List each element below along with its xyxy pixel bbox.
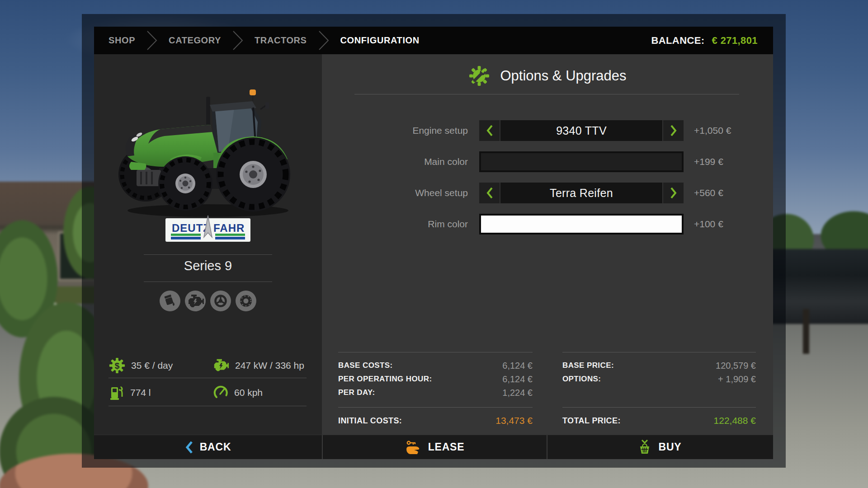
divider [144,282,272,282]
spec-icons-row [94,291,322,311]
buy-button[interactable]: BUY [547,435,771,459]
base-costs-label: BASE COSTS: [338,359,393,372]
chevron-left-icon [185,441,193,454]
chevron-separator-icon [318,27,330,54]
initial-costs-row: INITIAL COSTS: 13,473 € [338,413,533,428]
stats-row-2: 774 l 60 kph [108,382,307,404]
basket-icon [637,440,652,455]
initial-costs-label: INITIAL COSTS: [338,413,402,428]
breadcrumb-tractors[interactable]: TRACTORS [255,35,307,46]
cost-row: PER DAY: 1,224 € [338,386,533,399]
per-day-label: PER DAY: [338,386,375,399]
stats-row-1: $ 35 € / day 247 kW / 336 hp [108,355,307,376]
total-price-label: TOTAL PRICE: [562,413,621,428]
per-day-value: 1,224 € [502,386,533,399]
cost-row: BASE COSTS: 6,124 € [338,359,533,372]
configuration-panel: Options & Upgrades Engine setup 9340 TTV… [322,54,773,435]
breadcrumb-configuration: CONFIGURATION [340,35,420,46]
stat-maintenance-value: 35 € / day [131,360,173,371]
chevron-separator-icon [232,27,244,54]
stat-power-value: 247 kW / 336 hp [235,360,304,371]
buy-button-label: BUY [659,441,682,453]
base-price-label: BASE PRICE: [562,359,614,372]
action-bar: BACK LEASE [94,435,773,459]
back-button-label: BACK [200,441,231,453]
options-value: + 1,909 € [718,372,756,386]
chevron-separator-icon [146,27,158,54]
divider [562,352,756,352]
balance-label: BALANCE: [651,35,704,47]
breadcrumb-category[interactable]: CATEGORY [169,35,221,46]
hand-key-icon [405,439,421,455]
tire-icon [236,291,256,311]
stat-fuel: 774 l [108,385,212,401]
vehicle-panel: DEUTZ FAHR Series 9 [94,54,322,435]
divider [108,406,307,406]
paint-icon [160,291,180,311]
breadcrumb-shop[interactable]: SHOP [108,35,135,46]
cost-row: BASE PRICE: 120,579 € [562,359,756,372]
divider [338,407,533,408]
cost-row: OPTIONS: + 1,909 € [562,372,756,386]
brand-text-right: FAHR [213,222,245,234]
divider [562,407,756,408]
per-operating-hour-label: PER OPERATING HOUR: [338,372,432,386]
divider [144,254,272,255]
options-label: OPTIONS: [562,372,601,386]
costs-column: BASE COSTS: 6,124 € PER OPERATING HOUR: … [338,54,533,435]
stat-fuel-value: 774 l [130,387,151,398]
divider [338,352,533,352]
lease-button-label: LEASE [428,441,465,453]
cost-row: PER OPERATING HOUR: 6,124 € [338,372,533,386]
engine-icon [185,291,206,311]
rim-icon [210,291,231,311]
stat-speed: 60 kph [212,385,307,401]
breadcrumb-bar: SHOP CATEGORY TRACTORS CONFIGURATION BAL… [94,27,773,54]
speedometer-icon [212,385,229,401]
base-costs-value: 6,124 € [502,359,533,372]
game-screen: { "colors": { "accent_green": "#7ab829",… [0,0,868,488]
lease-button[interactable]: LEASE [323,435,547,459]
stat-power: 247 kW / 336 hp [212,357,307,374]
svg-text:$: $ [115,361,120,371]
vehicle-name: Series 9 [94,258,322,273]
stat-speed-value: 60 kph [234,387,263,398]
brand-text-left: DEUTZ [172,222,210,234]
shop-configuration-dialog: SHOP CATEGORY TRACTORS CONFIGURATION BAL… [94,27,773,459]
shed-leg [803,309,809,354]
fuel-pump-icon [108,385,125,401]
brand-logo: DEUTZ FAHR [165,215,250,243]
initial-costs-value: 13,473 € [495,413,533,428]
money-gear-icon: $ [108,357,126,374]
total-price-value: 122,488 € [714,413,756,428]
price-column: BASE PRICE: 120,579 € OPTIONS: + 1,909 €… [562,54,756,435]
stat-maintenance: $ 35 € / day [108,357,212,374]
engine-power-icon [212,357,230,374]
back-button[interactable]: BACK [94,435,322,459]
tractor-preview-image [118,81,298,221]
balance-value: € 271,801 [712,35,758,47]
balance-display: BALANCE: € 271,801 [651,35,773,47]
per-operating-hour-value: 6,124 € [502,372,533,386]
divider [108,378,307,378]
base-price-value: 120,579 € [716,359,756,372]
total-price-row: TOTAL PRICE: 122,488 € [562,413,756,428]
